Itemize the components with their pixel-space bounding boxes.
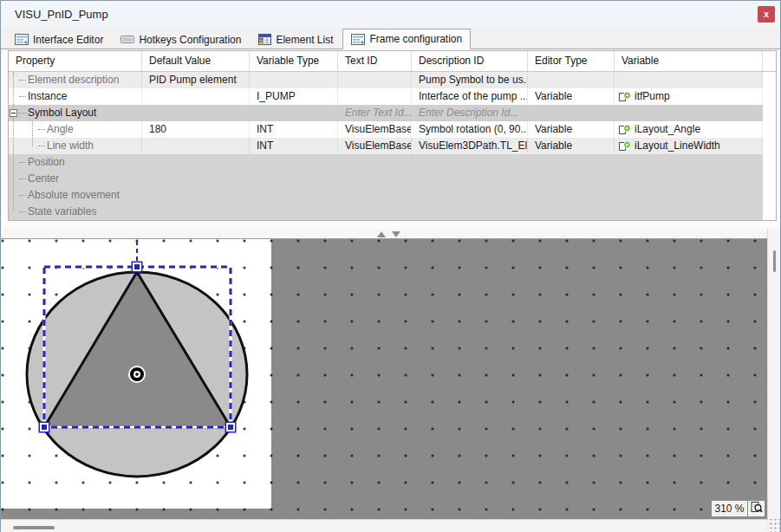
column-header-variable[interactable]: Variable [615, 51, 763, 71]
description-id-cell[interactable]: Enter Description Id... [412, 105, 528, 121]
vertical-scrollbar[interactable] [767, 229, 780, 519]
variable-cell[interactable]: iLayout_LineWidth [615, 138, 763, 154]
property-name-cell[interactable]: State variables [9, 204, 142, 220]
text-id-cell[interactable] [338, 154, 412, 171]
description-id-cell[interactable]: Pump Symbol to be us... [412, 72, 528, 88]
tab-frame-configuration[interactable]: Frame configuration [342, 29, 471, 49]
column-header-description-id[interactable]: Description ID [412, 51, 528, 71]
editor-type-cell[interactable]: Variable [528, 121, 615, 138]
default-value-cell[interactable] [142, 105, 250, 121]
property-row[interactable]: Position [9, 154, 763, 171]
selection-handle-bottom-right[interactable] [225, 422, 237, 433]
variable-type-cell[interactable]: INT [250, 138, 338, 154]
variable-type-cell[interactable] [250, 154, 338, 171]
variable-cell[interactable] [615, 105, 763, 121]
text-id-cell[interactable] [338, 88, 412, 105]
text-id-cell[interactable] [338, 204, 412, 220]
tab-interface-editor[interactable]: Interface Editor [7, 30, 111, 49]
property-row[interactable]: Absolute movement [9, 187, 763, 204]
variable-type-cell[interactable] [250, 171, 338, 187]
property-name-cell[interactable]: Center [9, 171, 142, 187]
property-name-cell[interactable]: Element description [9, 72, 142, 88]
column-header-text-id[interactable]: Text ID [338, 51, 412, 71]
property-name-cell[interactable]: Angle [9, 121, 142, 138]
window-titlebar[interactable]: VISU_PnID_Pump x [1, 1, 780, 28]
horizontal-scrollbar[interactable] [1, 519, 769, 532]
variable-cell[interactable]: itfPump [615, 88, 763, 105]
property-name-cell[interactable]: Symbol Layout [9, 105, 142, 121]
horizontal-scrollbar-thumb[interactable] [13, 526, 55, 529]
text-id-cell[interactable]: VisuElemBase.... [338, 121, 412, 138]
editor-type-cell[interactable]: Variable [528, 88, 615, 105]
selection-handle-top-center[interactable] [132, 262, 143, 273]
default-value-cell[interactable] [142, 138, 250, 154]
column-header-variable-type[interactable]: Variable Type [250, 51, 338, 71]
tab-element-list[interactable]: Element List [251, 30, 341, 49]
vertical-scrollbar-thumb[interactable] [773, 250, 776, 272]
column-header-default-value[interactable]: Default Value [142, 51, 250, 71]
design-canvas[interactable]: 310 % [1, 239, 769, 519]
splitter-collapse-up-icon[interactable] [377, 231, 386, 237]
variable-cell[interactable] [615, 204, 763, 220]
tab-hotkeys-configuration[interactable]: Hotkeys Configuration [113, 30, 249, 49]
default-value-cell[interactable]: 180 [142, 121, 250, 138]
splitter-collapse-down-icon[interactable] [392, 231, 400, 237]
property-row[interactable]: State variables [9, 204, 763, 220]
text-id-cell[interactable]: VisuElemBase.... [338, 138, 412, 154]
editor-type-cell[interactable] [528, 154, 615, 171]
default-value-cell[interactable] [142, 154, 250, 171]
collapse-toggle-icon[interactable] [10, 109, 17, 117]
variable-cell[interactable] [615, 154, 763, 171]
pane-splitter[interactable] [1, 229, 769, 239]
text-id-cell[interactable]: Enter Text Id... [338, 105, 412, 121]
text-id-cell[interactable] [338, 72, 412, 88]
zoom-level-field[interactable]: 310 % [711, 500, 748, 517]
variable-type-cell[interactable]: INT [250, 121, 338, 138]
variable-type-cell[interactable] [250, 204, 338, 220]
default-value-cell[interactable]: PID Pump element [142, 72, 250, 88]
description-id-cell[interactable] [412, 204, 528, 220]
resize-grip[interactable] [767, 519, 780, 532]
property-name-cell[interactable]: Line width [9, 138, 142, 154]
property-row[interactable]: Line width INT VisuElemBase.... VisuElem… [9, 138, 763, 154]
variable-cell[interactable]: iLayout_Angle [615, 121, 763, 138]
editor-type-cell[interactable] [528, 187, 615, 204]
description-id-cell[interactable] [412, 187, 528, 204]
description-id-cell[interactable]: Symbol rotation (0, 90... [412, 121, 528, 138]
variable-type-cell[interactable] [250, 187, 338, 204]
column-header-property[interactable]: Property [9, 51, 142, 71]
description-id-cell[interactable] [412, 154, 528, 171]
property-row[interactable]: Angle 180 INT VisuElemBase.... Symbol ro… [9, 121, 763, 138]
description-id-cell[interactable]: VisuElem3DPath.TL_El... [412, 138, 528, 154]
property-name-cell[interactable]: Absolute movement [9, 187, 142, 204]
variable-type-cell[interactable] [250, 72, 338, 88]
variable-cell[interactable] [615, 171, 763, 187]
variable-cell[interactable] [615, 72, 763, 88]
property-row[interactable]: Instance I_PUMP Interface of the pump ..… [9, 88, 763, 105]
description-id-cell[interactable]: Interface of the pump ... [412, 88, 528, 105]
property-row[interactable]: Element description PID Pump element Pum… [9, 72, 763, 88]
close-button[interactable]: x [758, 6, 775, 23]
editor-type-cell[interactable] [528, 204, 615, 220]
text-id-cell[interactable] [338, 187, 412, 204]
column-header-editor-type[interactable]: Editor Type [528, 51, 615, 71]
property-name-cell[interactable]: Instance [9, 88, 142, 105]
default-value-cell[interactable] [142, 171, 250, 187]
editor-type-cell[interactable] [528, 171, 615, 187]
property-row[interactable]: Symbol Layout Enter Text Id... Enter Des… [9, 105, 763, 121]
variable-cell[interactable] [615, 187, 763, 204]
variable-type-cell[interactable]: I_PUMP [250, 88, 338, 105]
default-value-cell[interactable] [142, 187, 250, 204]
selection-handle-bottom-left[interactable] [39, 422, 50, 433]
text-id-cell[interactable] [338, 171, 412, 187]
property-name-cell[interactable]: Position [9, 154, 142, 171]
default-value-cell[interactable] [142, 204, 250, 220]
default-value-cell[interactable] [142, 88, 250, 105]
description-id-cell[interactable] [412, 171, 528, 187]
property-row[interactable]: Center [9, 171, 763, 187]
variable-type-cell[interactable] [250, 105, 338, 121]
editor-type-cell[interactable] [528, 105, 615, 121]
editor-type-cell[interactable]: Variable [528, 138, 615, 154]
zoom-button[interactable] [748, 500, 765, 517]
editor-type-cell[interactable] [528, 72, 615, 88]
